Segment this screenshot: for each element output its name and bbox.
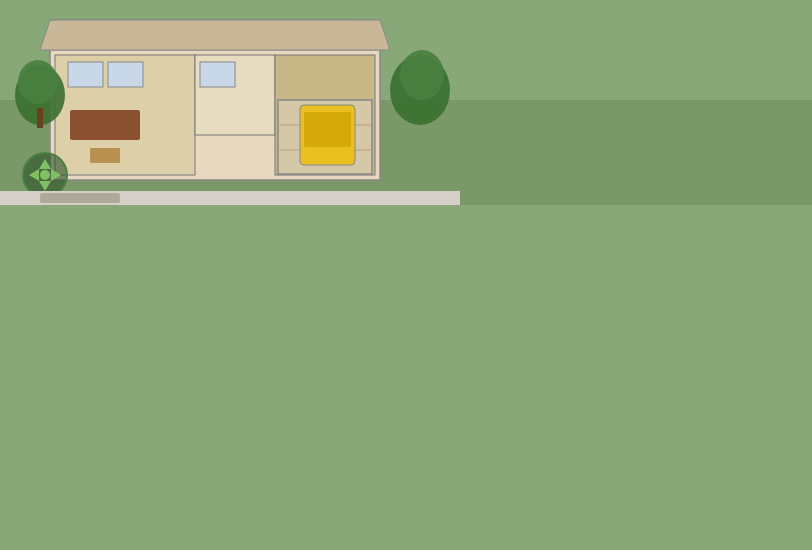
view-container: 0' 12' 24' 36' 48' 0' 12' 20' [310,102,812,550]
svg-rect-106 [310,112,351,147]
svg-rect-121 [310,191,460,205]
svg-rect-93 [310,102,812,205]
main-layout: Category: Living room Bedroom Kitchen Ba… [0,78,812,550]
3d-view-svg [310,102,812,550]
right-panel: Swimming pool Level 0 Level 1 + 0' [310,78,812,550]
